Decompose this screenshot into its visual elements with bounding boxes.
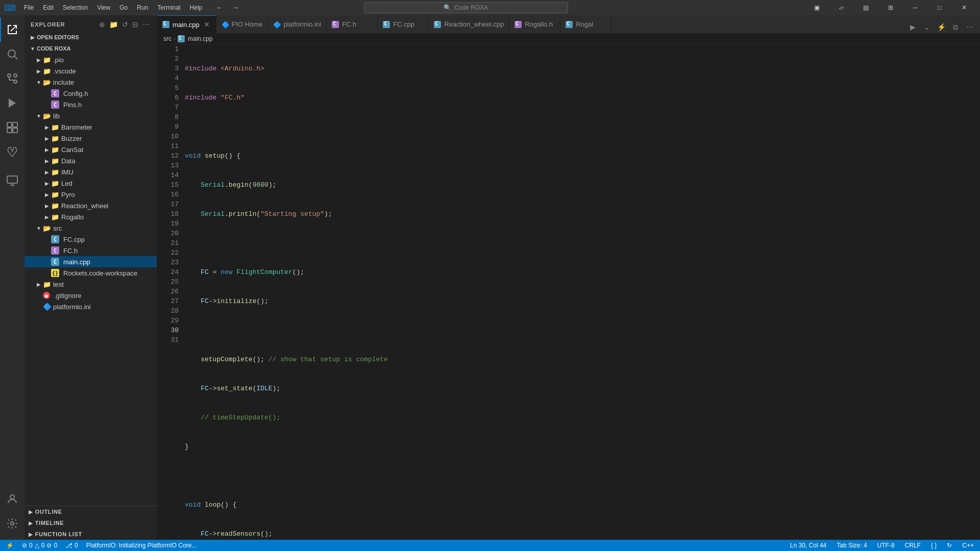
tab-main-cpp-close[interactable]: ✕ (203, 20, 211, 29)
sidebar-item-config-h[interactable]: ▶ C Config.h (24, 88, 157, 99)
sidebar-item-lib[interactable]: ▼ 📂 lib (24, 110, 157, 121)
code-editor[interactable]: 1 2 3 4 5 6 7 8 9 10 11 12 13 14 15 16 1 (157, 44, 980, 540)
sidebar-item-rogallo[interactable]: ▶ 📁 Rogallo (24, 211, 157, 222)
search-bar[interactable]: 🔍 Code ROXA (364, 2, 568, 13)
sidebar-item-open-editors[interactable]: ▶ OPEN EDITORS (24, 32, 157, 43)
sidebar-timeline[interactable]: ▶ TIMELINE (24, 517, 157, 529)
sidebar-function-list[interactable]: ▶ FUNCTION LIST (24, 529, 157, 540)
tab-fc-cpp[interactable]: C FC.cpp (378, 15, 429, 33)
sidebar-item-cansat[interactable]: ▶ 📁 CanSat (24, 144, 157, 155)
back-button[interactable]: ← (212, 2, 227, 13)
breadcrumb-src[interactable]: src (163, 35, 172, 42)
new-file-button[interactable]: ⊕ (98, 19, 106, 30)
branch-icon: ⎇ (65, 542, 72, 549)
titlebar: ⌨ File Edit Selection View Go Run Termin… (0, 0, 980, 15)
sidebar-item-data[interactable]: ▶ 📁 Data (24, 155, 157, 166)
new-folder-button[interactable]: 📁 (108, 19, 119, 30)
tab-fc-h[interactable]: C FC.h (327, 15, 378, 33)
more-tabs-button[interactable]: ⋯ (964, 21, 976, 33)
activity-bar (0, 15, 24, 540)
collapse-all-button[interactable]: ⊟ (131, 19, 139, 30)
activity-run[interactable] (0, 91, 24, 115)
sidebar-item-buzzer[interactable]: ▶ 📁 Buzzer (24, 133, 157, 144)
sidebar-toggle[interactable]: ▤ (854, 0, 878, 15)
sidebar-item-src[interactable]: ▼ 📂 src (24, 222, 157, 234)
status-format[interactable]: { } (929, 540, 939, 551)
activity-search[interactable] (0, 42, 24, 66)
status-position[interactable]: Ln 30, Col 44 (788, 540, 828, 551)
sidebar-item-platformio-ini[interactable]: ▶ 🔷 platformio.ini (24, 301, 157, 312)
status-encoding[interactable]: UTF-8 (875, 540, 897, 551)
status-sync[interactable]: ↻ (945, 540, 954, 551)
code-content[interactable]: #include <Arduino.h> #include "FC.h" voi… (183, 44, 980, 540)
menu-edit[interactable]: Edit (39, 3, 58, 12)
code-line-9: FC->initialize(); (185, 296, 980, 306)
sidebar-item-rockets-workspace[interactable]: ▶ {} Rockets.code-workspace (24, 267, 157, 279)
status-errors[interactable]: ⊘ 0 △ 0 ⊘ 0 (20, 540, 59, 551)
menu-go[interactable]: Go (115, 3, 132, 12)
line-num-7: 7 (157, 103, 179, 112)
status-remote[interactable]: ⚡ (4, 540, 16, 551)
breadcrumb-file[interactable]: main.cpp (188, 35, 213, 42)
menu-help[interactable]: Help (186, 3, 207, 12)
run-dropdown-button[interactable]: ⌄ (921, 21, 933, 33)
sidebar-item-gitignore[interactable]: ▶ ◆ .gitignore (24, 290, 157, 301)
sidebar-item-vscode[interactable]: ▶ 📁 .vscode (24, 65, 157, 77)
sidebar-item-test[interactable]: ▶ 📁 test (24, 279, 157, 290)
menu-terminal[interactable]: Terminal (153, 3, 184, 12)
status-language[interactable]: C++ (960, 540, 976, 551)
sidebar-item-barometer[interactable]: ▶ 📁 Barometer (24, 121, 157, 133)
line-num-26: 26 (157, 287, 179, 296)
status-tabsize[interactable]: Tab Size: 4 (835, 540, 869, 551)
activity-account[interactable] (0, 487, 24, 511)
sidebar-item-imu[interactable]: ▶ 📁 IMU (24, 166, 157, 178)
forward-button[interactable]: → (229, 2, 243, 13)
panel-toggle[interactable]: ▱ (830, 0, 853, 15)
activity-source-control[interactable] (0, 66, 24, 91)
sidebar-outline[interactable]: ▶ OUTLINE (24, 506, 157, 517)
menu-view[interactable]: View (93, 3, 114, 12)
debug-button[interactable]: ⚡ (935, 21, 947, 33)
layout-toggle[interactable]: ▣ (805, 0, 829, 15)
activity-settings[interactable] (0, 511, 24, 536)
sidebar-item-include[interactable]: ▼ 📂 include (24, 77, 157, 88)
refresh-button[interactable]: ↺ (121, 19, 129, 30)
workspace-icon: {} (51, 269, 59, 277)
pio-ini-tab-icon: 🔷 (273, 21, 280, 28)
menu-selection[interactable]: Selection (59, 3, 92, 12)
more-actions-button[interactable]: ⋯ (141, 19, 151, 30)
activity-testing[interactable] (0, 140, 24, 164)
sidebar-item-pio[interactable]: ▶ 📁 .pio (24, 54, 157, 65)
activity-extensions[interactable] (0, 115, 24, 140)
sidebar-item-led[interactable]: ▶ 📁 Led (24, 178, 157, 189)
sidebar-item-fc-h[interactable]: ▶ C FC.h (24, 245, 157, 256)
activity-remote[interactable] (0, 168, 24, 193)
lib-label: lib (53, 112, 60, 120)
sidebar-item-code-roxa[interactable]: ▼ CODE ROXA (24, 43, 157, 54)
tab-main-cpp[interactable]: C main.cpp ✕ (157, 15, 216, 33)
status-message[interactable]: PlatformIO: Initializing PlatformIO Core… (84, 540, 199, 551)
tab-platformio-ini[interactable]: 🔷 platformio.ini (268, 15, 327, 33)
menu-run[interactable]: Run (133, 3, 152, 12)
tab-rogal[interactable]: C Rogal (560, 15, 611, 33)
led-arrow: ▶ (43, 179, 51, 187)
sidebar-item-pins-h[interactable]: ▶ C Pins.h (24, 99, 157, 110)
sidebar-item-main-cpp[interactable]: ▶ C main.cpp (24, 256, 157, 267)
run-button[interactable]: ▶ (906, 21, 919, 33)
tab-rogallo-h-label: Rogallo.h (525, 20, 553, 28)
menu-file[interactable]: File (20, 3, 38, 12)
minimize-button[interactable]: ─ (903, 0, 927, 15)
tab-reaction-wheel-cpp[interactable]: C Reaction_wheel.cpp (429, 15, 509, 33)
status-eol[interactable]: CRLF (903, 540, 923, 551)
sidebar-item-reaction-wheel[interactable]: ▶ 📁 Reaction_wheel (24, 200, 157, 211)
activity-explorer[interactable] (0, 17, 24, 42)
tab-pio-home[interactable]: 🔷 PIO Home (216, 15, 268, 33)
sidebar-item-fc-cpp[interactable]: ▶ C FC.cpp (24, 234, 157, 245)
close-button[interactable]: ✕ (952, 0, 976, 15)
layout-options[interactable]: ⊞ (879, 0, 902, 15)
sidebar-item-pyro[interactable]: ▶ 📁 Pyro (24, 189, 157, 200)
status-branch[interactable]: ⎇ 0 (63, 540, 80, 551)
split-editor-button[interactable]: ⧉ (949, 21, 962, 33)
tab-rogallo-h[interactable]: C Rogallo.h (509, 15, 560, 33)
maximize-button[interactable]: □ (928, 0, 951, 15)
